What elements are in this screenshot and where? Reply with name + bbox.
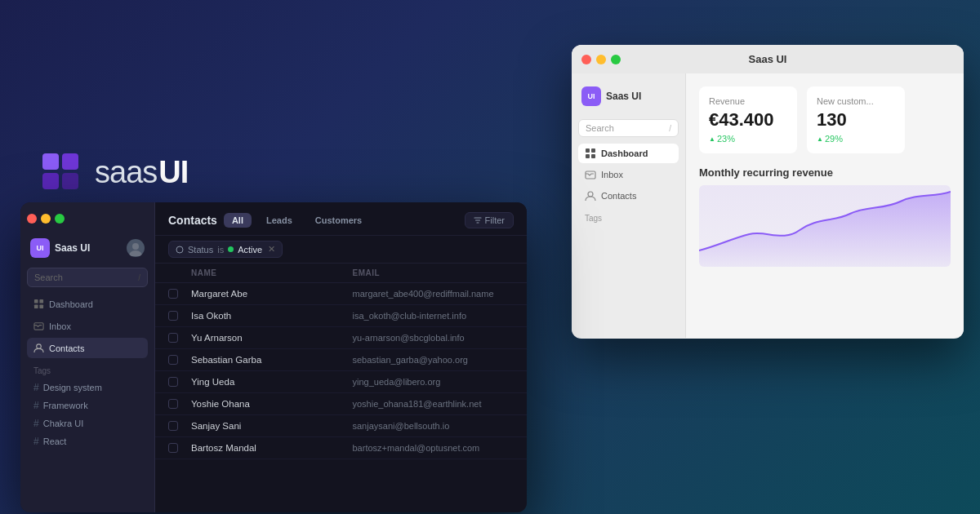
front-nav-inbox-label: Inbox	[49, 321, 71, 331]
filter-operator: is	[217, 245, 224, 255]
front-sidebar: UI Saas UI Search / Dashboard Inbox Cont…	[20, 202, 155, 512]
contact-email: margaret_abe400@rediffmail.name	[353, 289, 514, 299]
contact-name: Yu Arnarson	[191, 333, 353, 343]
front-tag-ds-label: Design system	[43, 383, 102, 392]
front-tag-chakra[interactable]: # Chakra UI	[27, 414, 148, 432]
svg-rect-2	[42, 173, 59, 189]
th-name: Name	[191, 268, 353, 277]
back-stats: Revenue €43.400 23% New custom... 130 29…	[699, 86, 951, 153]
front-search-slash: /	[138, 273, 140, 282]
table-row[interactable]: Yoshie Ohana yoshie_ohana181@earthlink.n…	[155, 393, 527, 415]
front-window: UI Saas UI Search / Dashboard Inbox Cont…	[20, 202, 527, 512]
svg-rect-0	[42, 153, 59, 170]
row-checkbox[interactable]	[168, 289, 178, 299]
front-nav-dashboard-label: Dashboard	[49, 299, 93, 309]
tag-hash-icon3: #	[33, 418, 39, 429]
svg-rect-17	[34, 299, 38, 304]
row-checkbox[interactable]	[168, 399, 178, 409]
row-checkbox[interactable]	[168, 311, 178, 321]
svg-rect-12	[586, 154, 590, 158]
status-filter[interactable]: Status is Active ✕	[168, 241, 283, 258]
front-nav-inbox[interactable]: Inbox	[27, 316, 148, 336]
front-nav-dashboard[interactable]: Dashboard	[27, 294, 148, 314]
contact-name: Ying Ueda	[191, 377, 353, 387]
back-user-row: UI Saas UI	[578, 83, 679, 109]
customers-label: New custom...	[817, 96, 895, 106]
tab-all[interactable]: All	[224, 213, 252, 228]
contacts-rows: Margaret Abe margaret_abe400@rediffmail.…	[155, 283, 527, 459]
back-nav-dashboard[interactable]: Dashboard	[578, 144, 679, 163]
tag-hash-icon4: #	[33, 436, 39, 447]
row-checkbox[interactable]	[168, 421, 178, 431]
row-checkbox[interactable]	[168, 377, 178, 387]
table-row[interactable]: Bartosz Mandal bartosz+mandal@optusnet.c…	[155, 437, 527, 459]
back-window-title: Saas UI	[749, 53, 787, 65]
tab-leads[interactable]: Leads	[258, 213, 301, 228]
front-contacts-icon	[33, 343, 44, 353]
row-checkbox[interactable]	[168, 355, 178, 365]
front-maximize-dot[interactable]	[55, 214, 65, 224]
front-window-controls	[27, 210, 148, 227]
circle-icon	[176, 246, 184, 254]
table-header: Name Email	[155, 264, 527, 283]
maximize-dot[interactable]	[611, 55, 621, 64]
table-row[interactable]: Isa Okoth isa_okoth@club-internet.info	[155, 305, 527, 327]
front-tag-react[interactable]: # React	[27, 432, 148, 450]
svg-rect-10	[586, 148, 590, 153]
front-close-dot[interactable]	[27, 214, 37, 224]
front-nav-contacts[interactable]: Contacts	[27, 338, 148, 358]
filter-button[interactable]: Filter	[465, 212, 514, 228]
filter-clear[interactable]: ✕	[268, 244, 275, 255]
table-row[interactable]: Ying Ueda ying_ueda@libero.org	[155, 371, 527, 393]
contacts-icon-back	[585, 190, 596, 202]
svg-rect-3	[62, 173, 78, 189]
back-titlebar: Saas UI	[572, 45, 964, 73]
back-search-slash: /	[669, 124, 671, 133]
filter-row: Status is Active ✕	[155, 236, 527, 264]
contact-name: Bartosz Mandal	[191, 443, 353, 453]
front-tag-fw-label: Framework	[43, 401, 88, 410]
svg-point-15	[588, 192, 593, 197]
back-search-text: Search	[586, 123, 614, 133]
table-row[interactable]: Margaret Abe margaret_abe400@rediffmail.…	[155, 283, 527, 305]
close-dot[interactable]	[581, 55, 591, 64]
back-nav-dashboard-label: Dashboard	[601, 148, 648, 158]
svg-point-23	[176, 246, 183, 253]
back-nav-contacts[interactable]: Contacts	[578, 186, 679, 206]
table-row[interactable]: Sanjay Sani sanjaysani@bellsouth.io	[155, 415, 527, 437]
front-tag-design-system[interactable]: # Design system	[27, 379, 148, 397]
svg-point-16	[132, 243, 139, 250]
row-checkbox[interactable]	[168, 443, 178, 453]
customers-card: New custom... 130 29%	[807, 86, 905, 153]
row-checkbox[interactable]	[168, 333, 178, 343]
contact-name: Sebastian Garba	[191, 355, 353, 365]
front-tag-react-label: React	[43, 436, 67, 446]
table-row[interactable]: Sebastian Garba sebastian_garba@yahoo.or…	[155, 349, 527, 371]
contact-email: bartosz+mandal@optusnet.com	[353, 443, 514, 453]
th-email: Email	[353, 268, 514, 277]
back-window-content: UI Saas UI Search / Dashboard Inbox Cont…	[572, 73, 964, 338]
front-user-name: Saas UI	[55, 242, 90, 254]
filter-value: Active	[238, 245, 262, 255]
back-sidebar: UI Saas UI Search / Dashboard Inbox Cont…	[572, 73, 686, 338]
back-nav-inbox[interactable]: Inbox	[578, 165, 679, 184]
customers-value: 130	[817, 109, 895, 131]
th-checkbox	[168, 268, 191, 277]
minimize-dot[interactable]	[596, 55, 606, 64]
back-search[interactable]: Search /	[578, 119, 679, 137]
front-tag-chakra-label: Chakra UI	[43, 419, 84, 428]
tab-customers[interactable]: Customers	[307, 213, 370, 228]
window-controls	[581, 55, 621, 64]
tag-hash-icon: #	[33, 382, 39, 393]
front-search[interactable]: Search /	[27, 268, 148, 287]
front-dashboard-icon	[33, 299, 44, 309]
front-avatar: UI	[30, 238, 50, 258]
tag-hash-icon2: #	[33, 400, 39, 411]
front-minimize-dot[interactable]	[41, 214, 51, 224]
front-tag-framework[interactable]: # Framework	[27, 397, 148, 414]
customers-change: 29%	[817, 134, 895, 144]
filter-icon	[474, 216, 482, 224]
table-row[interactable]: Yu Arnarson yu-arnarson@sbcglobal.info	[155, 327, 527, 349]
logo-area: saas UI	[41, 152, 490, 194]
revenue-card: Revenue €43.400 23%	[699, 86, 797, 153]
